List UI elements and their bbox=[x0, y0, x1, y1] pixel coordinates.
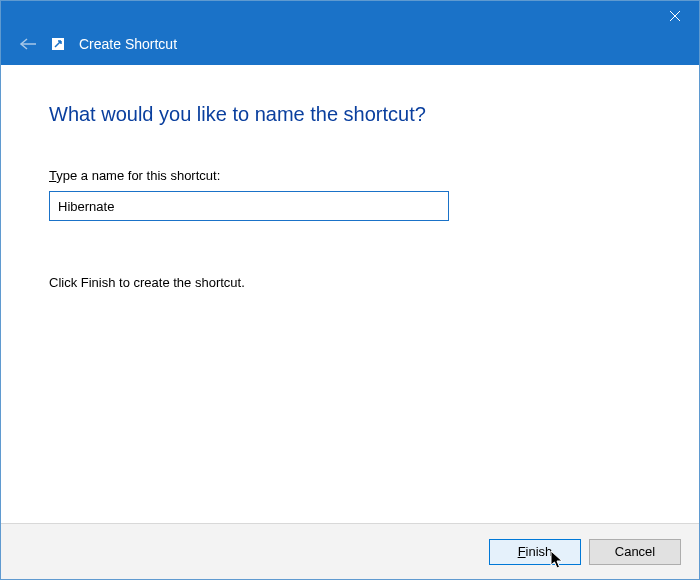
cursor-icon bbox=[550, 550, 566, 570]
instruction-text: Click Finish to create the shortcut. bbox=[49, 275, 651, 290]
back-button[interactable] bbox=[19, 35, 37, 53]
page-heading: What would you like to name the shortcut… bbox=[49, 103, 651, 126]
close-button[interactable] bbox=[651, 1, 699, 31]
shortcut-name-input[interactable] bbox=[49, 191, 449, 221]
shortcut-icon bbox=[51, 37, 65, 51]
cancel-button[interactable]: Cancel bbox=[589, 539, 681, 565]
titlebar: Create Shortcut bbox=[1, 1, 699, 65]
input-label: Type a name for this shortcut: bbox=[49, 168, 651, 183]
close-icon bbox=[669, 10, 681, 22]
finish-button[interactable]: Finish bbox=[489, 539, 581, 565]
dialog-title: Create Shortcut bbox=[79, 36, 177, 52]
create-shortcut-dialog: Create Shortcut What would you like to n… bbox=[0, 0, 700, 580]
footer: Finish Cancel bbox=[1, 523, 699, 579]
content-area: What would you like to name the shortcut… bbox=[1, 65, 699, 523]
back-arrow-icon bbox=[19, 37, 37, 51]
title-row: Create Shortcut bbox=[19, 35, 177, 53]
